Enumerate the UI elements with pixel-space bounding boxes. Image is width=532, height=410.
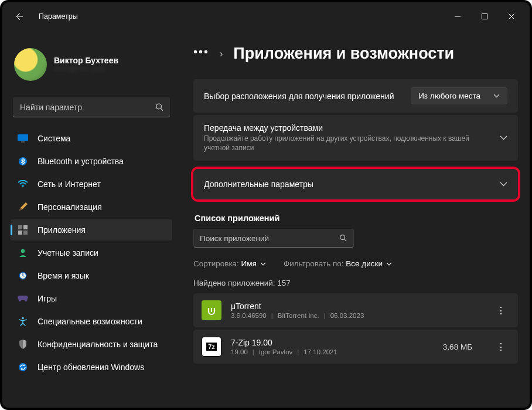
app-meta: 3.6.0.46590| BitTorrent Inc.| 06.03.2023 xyxy=(231,312,483,319)
search-icon xyxy=(155,103,164,112)
svg-point-9 xyxy=(22,185,24,187)
app-more-button[interactable]: ⋮ xyxy=(492,341,510,353)
found-count: Найдено приложений: 157 xyxy=(193,279,518,287)
sidebar-item-update[interactable]: Центр обновления Windows xyxy=(11,357,172,378)
nav-list: Система Bluetooth и устройства Сеть и Ин… xyxy=(11,128,172,378)
app-source-dropdown[interactable]: Из любого места xyxy=(411,87,507,104)
app-source-title: Выбор расположения для получения приложе… xyxy=(204,92,401,101)
sidebar-item-accounts[interactable]: Учетные записи xyxy=(11,242,172,263)
app-meta: 19.00| Igor Pavlov| 17.10.2021 xyxy=(231,348,434,355)
cross-device-card[interactable]: Передача между устройствами Продолжайте … xyxy=(193,115,518,161)
app-name: μTorrent xyxy=(231,301,483,311)
brush-icon xyxy=(18,202,28,212)
window-title: Параметры xyxy=(39,12,78,21)
bluetooth-icon xyxy=(18,156,28,167)
svg-point-4 xyxy=(156,104,162,109)
svg-line-5 xyxy=(161,109,163,111)
wifi-icon xyxy=(18,179,28,189)
maximize-button[interactable] xyxy=(471,7,498,26)
sort-dropdown[interactable]: Имя xyxy=(241,259,266,268)
svg-line-20 xyxy=(345,239,346,241)
svg-rect-12 xyxy=(18,231,22,235)
accessibility-icon xyxy=(18,316,28,327)
sidebar-search[interactable] xyxy=(13,97,170,117)
sidebar-item-system[interactable]: Система xyxy=(11,128,172,149)
app-row-7zip[interactable]: 7z 7-Zip 19.00 19.00| Igor Pavlov| 17.10… xyxy=(193,330,518,364)
search-input[interactable] xyxy=(13,97,170,117)
titlebar: Параметры xyxy=(2,2,530,31)
svg-point-17 xyxy=(22,317,24,320)
back-button[interactable] xyxy=(11,8,27,25)
page-title: Приложения и возможности xyxy=(233,45,454,63)
svg-rect-6 xyxy=(18,134,28,141)
sort-filter-row: Сортировка: Имя Фильтровать по: Все диск… xyxy=(193,259,518,268)
app-search-input[interactable] xyxy=(200,234,339,243)
breadcrumb-more[interactable]: ••• xyxy=(193,46,209,62)
applist-header: Список приложений xyxy=(195,214,518,223)
svg-rect-1 xyxy=(482,14,487,19)
more-params-card[interactable]: Дополнительные параметры xyxy=(193,169,518,199)
shield-icon xyxy=(18,339,28,350)
app-search[interactable] xyxy=(193,229,354,248)
minimize-button[interactable] xyxy=(444,7,471,26)
sidebar-item-apps[interactable]: Приложения xyxy=(11,219,172,240)
svg-point-18 xyxy=(19,363,27,371)
svg-rect-7 xyxy=(21,141,25,143)
close-button[interactable] xyxy=(498,7,525,26)
chevron-down-icon xyxy=(500,135,507,140)
app-source-card[interactable]: Выбор расположения для получения приложе… xyxy=(193,79,518,113)
svg-rect-10 xyxy=(18,225,22,229)
app-icon xyxy=(202,300,221,320)
sidebar-item-network[interactable]: Сеть и Интернет xyxy=(11,174,172,195)
breadcrumb: ••• › Приложения и возможности xyxy=(193,45,518,63)
search-icon xyxy=(339,234,347,242)
sidebar-item-personalization[interactable]: Персонализация xyxy=(11,196,172,218)
svg-point-19 xyxy=(340,235,345,240)
more-params-title: Дополнительные параметры xyxy=(204,179,490,189)
update-icon xyxy=(18,362,28,372)
chevron-down-icon xyxy=(493,94,500,98)
display-icon xyxy=(18,133,28,144)
chevron-down-icon xyxy=(500,182,507,187)
svg-rect-11 xyxy=(23,225,28,229)
chevron-right-icon: › xyxy=(220,49,223,59)
sidebar-item-bluetooth[interactable]: Bluetooth и устройства xyxy=(11,151,172,172)
clock-icon xyxy=(18,270,28,281)
sidebar-item-accessibility[interactable]: Специальные возможности xyxy=(11,311,172,332)
app-row-utorrent[interactable]: μTorrent 3.6.0.46590| BitTorrent Inc.| 0… xyxy=(193,293,518,327)
filter-dropdown[interactable]: Все диски xyxy=(346,259,392,268)
sidebar-item-time[interactable]: Время и язык xyxy=(11,265,172,286)
svg-rect-13 xyxy=(23,231,28,235)
gamepad-icon xyxy=(18,293,28,304)
user-email: •••••@••••.com xyxy=(54,65,118,73)
app-icon: 7z xyxy=(202,337,221,357)
sidebar-item-gaming[interactable]: Игры xyxy=(11,288,172,309)
avatar xyxy=(14,48,47,81)
app-size: 3,68 МБ xyxy=(443,343,472,351)
highlighted-region: Дополнительные параметры xyxy=(191,167,520,202)
cross-device-subtitle: Продолжайте работу приложений на других … xyxy=(204,134,490,153)
sidebar: Виктор Бухтеев •••••@••••.com Система xyxy=(2,31,178,408)
app-name: 7-Zip 19.00 xyxy=(231,338,434,347)
sidebar-item-privacy[interactable]: Конфиденциальность и защита xyxy=(11,334,172,355)
user-name: Виктор Бухтеев xyxy=(54,56,118,65)
cross-device-title: Передача между устройствами xyxy=(204,123,490,133)
main-content: ••• › Приложения и возможности Выбор рас… xyxy=(178,31,530,408)
person-icon xyxy=(18,248,28,258)
svg-point-14 xyxy=(21,249,25,253)
app-more-button[interactable]: ⋮ xyxy=(492,305,510,316)
user-profile[interactable]: Виктор Бухтеев •••••@••••.com xyxy=(11,31,172,92)
apps-icon xyxy=(18,225,28,235)
